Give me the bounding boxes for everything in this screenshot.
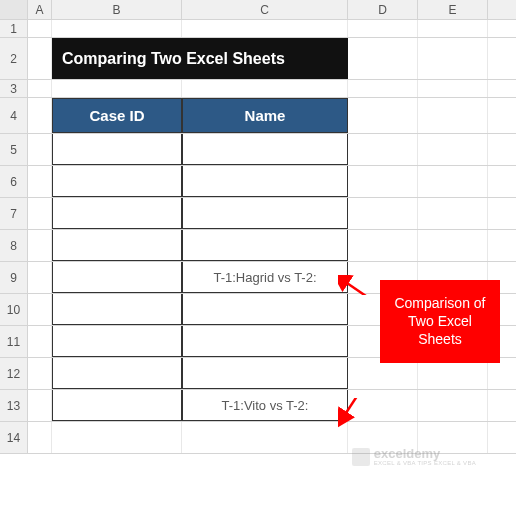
cell-A2[interactable] [28, 38, 52, 79]
cell-E3[interactable] [418, 80, 488, 97]
cell-C3[interactable] [182, 80, 348, 97]
row-4: 4 Case ID Name [0, 98, 516, 134]
cell-A8[interactable] [28, 230, 52, 261]
row-header-9[interactable]: 9 [0, 262, 28, 293]
cell-B8[interactable] [52, 230, 182, 261]
cell-E2[interactable] [418, 38, 488, 79]
cell-E1[interactable] [418, 20, 488, 37]
cell-E4[interactable] [418, 98, 488, 133]
row-12: 12 [0, 358, 516, 390]
callout-box: Comparison of Two Excel Sheets [380, 280, 500, 363]
cell-A5[interactable] [28, 134, 52, 165]
row-header-8[interactable]: 8 [0, 230, 28, 261]
row-1: 1 [0, 20, 516, 38]
column-headers-row: A B C D E [0, 0, 516, 20]
svg-line-3 [344, 398, 382, 416]
cell-D8[interactable] [348, 230, 418, 261]
cell-A13[interactable] [28, 390, 52, 421]
cell-D2[interactable] [348, 38, 418, 79]
row-3: 3 [0, 80, 516, 98]
cell-E8[interactable] [418, 230, 488, 261]
col-header-C[interactable]: C [182, 0, 348, 19]
cell-D12[interactable] [348, 358, 418, 389]
col-header-A[interactable]: A [28, 0, 52, 19]
cell-E13[interactable] [418, 390, 488, 421]
cell-A7[interactable] [28, 198, 52, 229]
cell-D3[interactable] [348, 80, 418, 97]
row-header-5[interactable]: 5 [0, 134, 28, 165]
watermark-text: exceldemy EXCEL & VBA TIPS EXCEL & VBA [374, 447, 476, 466]
cell-B14[interactable] [52, 422, 182, 453]
col-header-D[interactable]: D [348, 0, 418, 19]
row-header-12[interactable]: 12 [0, 358, 28, 389]
cell-D4[interactable] [348, 98, 418, 133]
row-header-10[interactable]: 10 [0, 294, 28, 325]
cell-C1[interactable] [182, 20, 348, 37]
row-2: 2 Comparing Two Excel Sheets [0, 38, 516, 80]
spreadsheet-grid: A B C D E 1 2 Comparing Two Excel Sheets… [0, 0, 516, 454]
cell-C5[interactable] [182, 134, 348, 165]
watermark: exceldemy EXCEL & VBA TIPS EXCEL & VBA [352, 447, 476, 466]
col-header-E[interactable]: E [418, 0, 488, 19]
cell-A14[interactable] [28, 422, 52, 453]
cell-B3[interactable] [52, 80, 182, 97]
row-5: 5 [0, 134, 516, 166]
cell-A11[interactable] [28, 326, 52, 357]
cell-B1[interactable] [52, 20, 182, 37]
cell-C13[interactable]: T-1:Vito vs T-2: [182, 390, 348, 421]
table-header-case-id[interactable]: Case ID [52, 98, 182, 133]
row-header-1[interactable]: 1 [0, 20, 28, 37]
cell-B5[interactable] [52, 134, 182, 165]
row-header-6[interactable]: 6 [0, 166, 28, 197]
cell-D1[interactable] [348, 20, 418, 37]
cell-A3[interactable] [28, 80, 52, 97]
cell-D5[interactable] [348, 134, 418, 165]
cell-B10[interactable] [52, 294, 182, 325]
row-header-4[interactable]: 4 [0, 98, 28, 133]
cell-C9[interactable]: T-1:Hagrid vs T-2: [182, 262, 348, 293]
cell-B9[interactable] [52, 262, 182, 293]
watermark-logo-icon [352, 448, 370, 466]
cell-B7[interactable] [52, 198, 182, 229]
cell-E12[interactable] [418, 358, 488, 389]
cell-D6[interactable] [348, 166, 418, 197]
cell-C12[interactable] [182, 358, 348, 389]
cell-E6[interactable] [418, 166, 488, 197]
cell-A4[interactable] [28, 98, 52, 133]
row-8: 8 [0, 230, 516, 262]
cell-A6[interactable] [28, 166, 52, 197]
cell-A1[interactable] [28, 20, 52, 37]
cell-C7[interactable] [182, 198, 348, 229]
row-header-2[interactable]: 2 [0, 38, 28, 79]
cell-C10[interactable] [182, 294, 348, 325]
row-header-3[interactable]: 3 [0, 80, 28, 97]
cell-D7[interactable] [348, 198, 418, 229]
callout-arrow-icon [338, 398, 388, 438]
select-all-corner[interactable] [0, 0, 28, 19]
cell-A9[interactable] [28, 262, 52, 293]
cell-E5[interactable] [418, 134, 488, 165]
cell-A10[interactable] [28, 294, 52, 325]
cell-B12[interactable] [52, 358, 182, 389]
row-header-7[interactable]: 7 [0, 198, 28, 229]
cell-C11[interactable] [182, 326, 348, 357]
table-header-name[interactable]: Name [182, 98, 348, 133]
title-cell[interactable]: Comparing Two Excel Sheets [52, 38, 348, 79]
row-header-13[interactable]: 13 [0, 390, 28, 421]
cell-E7[interactable] [418, 198, 488, 229]
cell-B6[interactable] [52, 166, 182, 197]
cell-A12[interactable] [28, 358, 52, 389]
row-header-14[interactable]: 14 [0, 422, 28, 453]
col-header-B[interactable]: B [52, 0, 182, 19]
row-header-11[interactable]: 11 [0, 326, 28, 357]
cell-B11[interactable] [52, 326, 182, 357]
cell-C14[interactable] [182, 422, 348, 453]
cell-B13[interactable] [52, 390, 182, 421]
cell-C8[interactable] [182, 230, 348, 261]
cell-C6[interactable] [182, 166, 348, 197]
row-13: 13 T-1:Vito vs T-2: [0, 390, 516, 422]
row-6: 6 [0, 166, 516, 198]
svg-line-1 [344, 281, 382, 295]
row-7: 7 [0, 198, 516, 230]
